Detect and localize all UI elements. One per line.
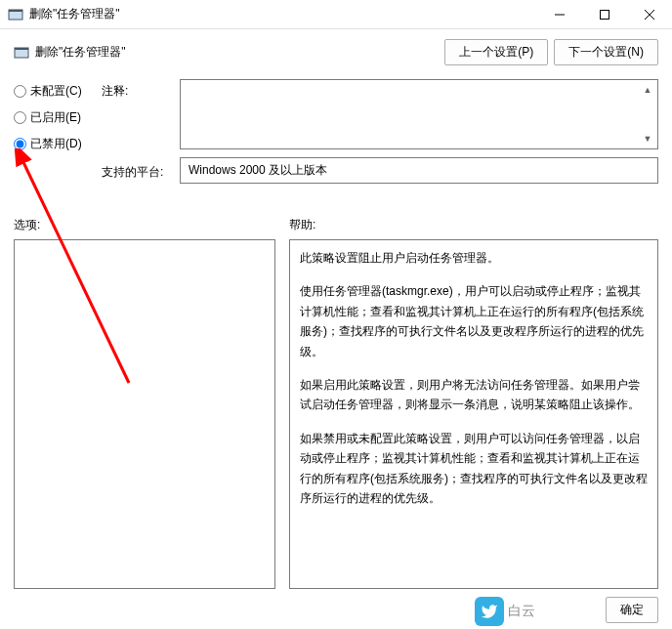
watermark: 白云	[475, 597, 535, 626]
radio-not-configured-input[interactable]	[14, 85, 26, 98]
help-paragraph: 使用任务管理器(taskmgr.exe)，用户可以启动或停止程序；监视其计算机性…	[300, 281, 648, 361]
scroll-up-icon[interactable]: ▲	[640, 82, 655, 98]
scroll-down-icon[interactable]: ▼	[640, 131, 655, 147]
help-paragraph: 此策略设置阻止用户启动任务管理器。	[300, 248, 648, 268]
radio-enabled-input[interactable]	[14, 111, 26, 124]
radio-disabled-input[interactable]	[14, 138, 26, 150]
svg-rect-1	[9, 10, 22, 12]
prev-setting-button[interactable]: 上一个设置(P)	[444, 39, 548, 65]
supported-text: Windows 2000 及以上版本	[180, 157, 658, 184]
window-title: 删除"任务管理器"	[29, 6, 537, 22]
options-label: 选项:	[14, 217, 275, 233]
setting-icon	[14, 45, 29, 61]
watermark-text: 白云	[508, 603, 535, 620]
svg-rect-3	[601, 10, 609, 19]
comment-label: 注释:	[102, 79, 180, 100]
watermark-icon	[475, 597, 504, 626]
maximize-button[interactable]	[582, 0, 627, 29]
next-setting-button[interactable]: 下一个设置(N)	[554, 39, 658, 65]
radio-disabled-label: 已禁用(D)	[30, 136, 82, 152]
titlebar: 删除"任务管理器"	[0, 0, 672, 29]
app-icon	[8, 7, 23, 22]
supported-label: 支持的平台:	[102, 160, 180, 181]
minimize-button[interactable]	[537, 0, 582, 29]
help-paragraph: 如果启用此策略设置，则用户将无法访问任务管理器。如果用户尝试启动任务管理器，则将…	[300, 375, 648, 415]
close-button[interactable]	[627, 0, 672, 29]
options-box	[14, 239, 275, 589]
help-paragraph: 如果禁用或未配置此策略设置，则用户可以访问任务管理器，以启动或停止程序；监视其计…	[300, 429, 648, 509]
svg-rect-7	[15, 48, 28, 50]
help-label: 帮助:	[289, 217, 658, 233]
radio-not-configured-label: 未配置(C)	[30, 83, 82, 100]
comment-textarea[interactable]: ▲ ▼	[180, 79, 658, 149]
radio-enabled-label: 已启用(E)	[30, 109, 81, 126]
radio-enabled[interactable]: 已启用(E)	[14, 109, 102, 126]
setting-name: 删除"任务管理器"	[35, 44, 126, 61]
radio-not-configured[interactable]: 未配置(C)	[14, 83, 102, 100]
help-box[interactable]: 此策略设置阻止用户启动任务管理器。 使用任务管理器(taskmgr.exe)，用…	[289, 239, 658, 589]
ok-button[interactable]: 确定	[606, 597, 658, 623]
radio-disabled[interactable]: 已禁用(D)	[14, 136, 102, 152]
